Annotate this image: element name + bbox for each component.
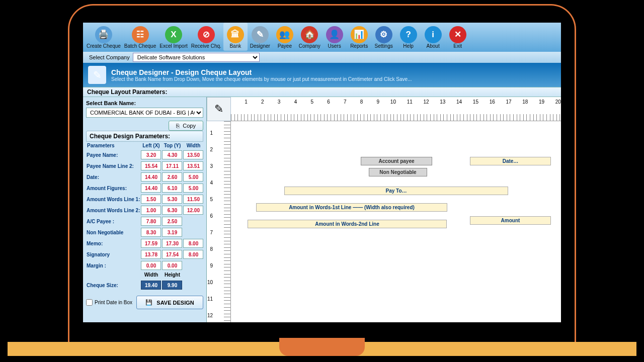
param-left-input[interactable] xyxy=(141,184,161,193)
param-row: Signatory xyxy=(86,249,204,260)
param-width-input[interactable] xyxy=(183,172,203,182)
param-row: A/C Payee : xyxy=(86,216,204,227)
help-button[interactable]: ?Help xyxy=(396,23,421,51)
param-top-input[interactable] xyxy=(162,206,182,215)
cheque-canvas[interactable]: Account payee Non Negotiable Date… Pay T… xyxy=(231,121,561,322)
param-width-input[interactable] xyxy=(183,195,203,204)
parameters-panel: Select Bank Name: COMMERCIAL BANK OF DUB… xyxy=(83,97,207,322)
param-width-input[interactable] xyxy=(183,239,203,248)
param-top-input[interactable] xyxy=(162,172,182,182)
param-top-input[interactable] xyxy=(162,250,182,259)
bank-button[interactable]: 🏛Bank xyxy=(223,23,248,51)
non-negotiable-element[interactable]: Non Negotiable xyxy=(369,168,427,176)
designer-button[interactable]: ✎Designer xyxy=(248,23,272,51)
ruler-tick: 3 xyxy=(264,99,281,106)
param-top-input[interactable] xyxy=(162,228,182,237)
users-button-label: Users xyxy=(328,43,341,49)
param-left-input[interactable] xyxy=(141,217,161,226)
param-left-input[interactable] xyxy=(141,195,161,204)
param-width-input[interactable] xyxy=(183,206,203,215)
receive-cheque-button[interactable]: ⊘Receive Chq. xyxy=(190,23,223,51)
param-label: Non Negotiable xyxy=(86,227,140,238)
reports-button-icon: 📊 xyxy=(351,26,368,43)
account-payee-element[interactable]: Account payee xyxy=(361,157,432,165)
param-left-input[interactable] xyxy=(141,239,161,248)
param-row: Date: xyxy=(86,171,204,183)
toolbar: 🖨️Create Cheque☷Batch ChequeXExcel Impor… xyxy=(83,23,561,52)
excel-import-button[interactable]: XExcel Import xyxy=(158,23,189,51)
param-top-input[interactable] xyxy=(162,161,182,170)
payee-button[interactable]: 👥Payee xyxy=(273,23,297,51)
param-label: Margin : xyxy=(86,260,140,271)
ruler-tick: 5 xyxy=(297,99,313,106)
ruler-tick: 7 xyxy=(207,221,213,237)
param-row: Amount Words Line 2: xyxy=(86,205,204,216)
print-date-checkbox[interactable]: Print Date in Box xyxy=(86,299,132,306)
param-top-input[interactable] xyxy=(162,261,182,270)
batch-cheque-button[interactable]: ☷Batch Cheque xyxy=(123,23,157,51)
create-cheque-button[interactable]: 🖨️Create Cheque xyxy=(85,23,122,51)
app-window: 🖨️Create Cheque☷Batch ChequeXExcel Impor… xyxy=(83,23,561,322)
param-width-input[interactable] xyxy=(183,150,203,159)
cheque-width-input[interactable] xyxy=(141,281,161,290)
ruler-tick: 10 xyxy=(379,99,396,106)
receive-cheque-button-label: Receive Chq. xyxy=(191,43,221,49)
ruler-tick: 4 xyxy=(207,171,213,188)
param-top-input[interactable] xyxy=(162,239,182,248)
designer-button-label: Designer xyxy=(250,43,270,49)
date-element[interactable]: Date… xyxy=(470,157,551,165)
copy-icon: ⎘ xyxy=(176,123,180,129)
amount-words-1-element[interactable]: Amount in Words-1st Line —— (Width also … xyxy=(256,203,447,212)
company-button[interactable]: 🏠Company xyxy=(297,23,322,51)
param-left-input[interactable] xyxy=(141,228,161,237)
about-button[interactable]: iAbout xyxy=(421,23,445,51)
param-top-input[interactable] xyxy=(162,184,182,193)
param-top-input[interactable] xyxy=(162,217,182,226)
amount-words-2-element[interactable]: Amount in Words-2nd Line xyxy=(248,220,447,228)
reports-button[interactable]: 📊Reports xyxy=(347,23,371,51)
excel-import-button-label: Excel Import xyxy=(159,43,188,49)
param-row: Memo: xyxy=(86,238,204,249)
page-banner: ✎ Cheque Designer - Design Cheque Layout… xyxy=(83,63,561,87)
create-cheque-button-icon: 🖨️ xyxy=(95,26,112,43)
laptop-notch xyxy=(279,338,365,356)
payee-button-icon: 👥 xyxy=(276,26,293,43)
param-left-input[interactable] xyxy=(141,206,161,215)
ruler-tick: 2 xyxy=(248,99,264,106)
param-width-input[interactable] xyxy=(183,161,203,170)
save-icon: 💾 xyxy=(145,299,152,306)
param-left-input[interactable] xyxy=(141,250,161,259)
ruler-tick: 13 xyxy=(429,99,446,106)
param-left-input[interactable] xyxy=(141,150,161,159)
param-left-input[interactable] xyxy=(141,261,161,270)
print-date-input[interactable] xyxy=(86,299,93,306)
param-top-input[interactable] xyxy=(162,195,182,204)
copy-button[interactable]: ⎘ Copy xyxy=(169,121,203,131)
settings-button[interactable]: ⚙Settings xyxy=(372,23,396,51)
param-left-input[interactable] xyxy=(141,161,161,170)
company-select[interactable]: Delicate Software Solutions xyxy=(133,53,260,62)
bank-select[interactable]: COMMERCIAL BANK OF DUBAI - BIG | AC xyxy=(86,108,203,118)
ruler-tick: 7 xyxy=(330,99,347,106)
param-width-input[interactable] xyxy=(183,250,203,259)
payee-button-label: Payee xyxy=(278,43,292,49)
param-label: Memo: xyxy=(86,238,140,249)
param-top-input[interactable] xyxy=(162,150,182,159)
param-width-input[interactable] xyxy=(183,184,203,193)
exit-button[interactable]: ✕Exit xyxy=(446,23,470,51)
exit-button-label: Exit xyxy=(453,43,462,49)
param-label: Amount Words Line 2: xyxy=(86,205,140,216)
pay-to-element[interactable]: Pay To… xyxy=(284,187,508,195)
amount-element[interactable]: Amount xyxy=(470,216,551,225)
about-button-icon: i xyxy=(425,26,442,43)
ruler-tick: 11 xyxy=(207,287,213,304)
param-left-input[interactable] xyxy=(141,172,161,182)
save-design-button[interactable]: 💾 SAVE DESIGN xyxy=(136,296,203,309)
designer-button-icon: ✎ xyxy=(252,26,269,43)
param-row: Amount Figures: xyxy=(86,183,204,194)
users-button[interactable]: 👤Users xyxy=(323,23,347,51)
param-row: Payee Name Line 2: xyxy=(86,160,204,171)
cheque-height-input[interactable] xyxy=(162,281,182,290)
col-top: Top (Y) xyxy=(162,142,183,149)
designer-icon: ✎ xyxy=(88,66,106,84)
